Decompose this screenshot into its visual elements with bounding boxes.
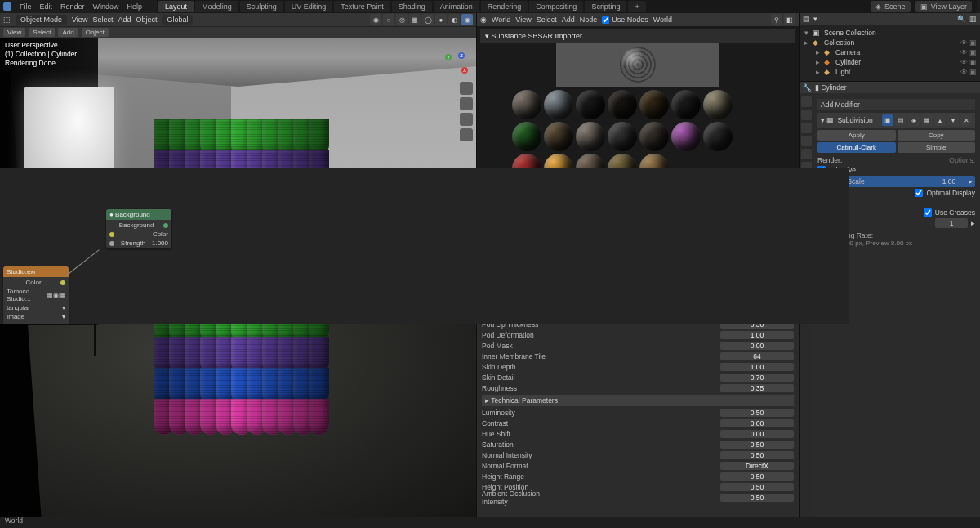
- param-skin depth[interactable]: Skin Depth1.00: [482, 362, 794, 372]
- material-sphere[interactable]: [576, 90, 605, 119]
- menu-help[interactable]: Help: [127, 2, 143, 11]
- material-sphere[interactable]: [639, 90, 669, 119]
- param-pod lip thickness[interactable]: Pod Lip Thickness0.30: [482, 320, 794, 329]
- vp-menu-object[interactable]: Object: [136, 16, 157, 24]
- param-pod color[interactable]: Pod Color: [482, 277, 794, 287]
- tab-layout[interactable]: Layout: [158, 1, 194, 12]
- outliner-item-light[interactable]: ▸◆Light👁▣: [803, 67, 977, 77]
- param-pod size[interactable]: Pod Size0.50: [482, 309, 794, 319]
- param-skin detail[interactable]: Skin Detail0.70: [482, 373, 794, 383]
- use-creases-checkbox[interactable]: Use Creases: [817, 208, 975, 217]
- props-type-icon[interactable]: 🔧: [803, 83, 812, 92]
- mod-cage-icon[interactable]: ▦: [921, 114, 933, 126]
- tab-texture-icon[interactable]: [801, 253, 812, 264]
- shading-rendered-icon[interactable]: ◉: [461, 14, 473, 25]
- ne-menu-add[interactable]: Add: [562, 16, 575, 24]
- techparam-normal format[interactable]: Normal FormatDirectX: [482, 461, 794, 471]
- copy-button[interactable]: Copy: [898, 130, 976, 141]
- ne-menu-select[interactable]: Select: [537, 16, 557, 24]
- ne-menu-node[interactable]: Node: [580, 16, 598, 24]
- mod-edit-icon[interactable]: ▤: [895, 114, 906, 126]
- techparam-ambient occlusion intensity[interactable]: Ambient Occlusion Intensity0.50: [482, 493, 794, 503]
- tab-shading[interactable]: Shading: [392, 1, 432, 12]
- vp-menu-add[interactable]: Add: [118, 16, 131, 24]
- ne-unknown-icon[interactable]: ◧: [784, 14, 795, 25]
- material-sphere[interactable]: [576, 122, 605, 151]
- tab-compositing[interactable]: Compositing: [529, 1, 583, 12]
- channel-metallic[interactable]: metallicBit depth:8▾ ▴▾: [482, 210, 794, 220]
- material-sphere[interactable]: [608, 154, 637, 183]
- menu-render[interactable]: Render: [60, 2, 85, 11]
- outliner-item-collection[interactable]: ▸◆Collection👁▣: [803, 38, 977, 47]
- vp-sub-object[interactable]: Object: [82, 28, 109, 37]
- viewlayer-dropdown[interactable]: ▣View Layer: [915, 1, 972, 12]
- subdivision-modifier-header[interactable]: ▾ ▦Subdivision ▣ ▤ ◈ ▦ ▴ ▾ ✕: [817, 113, 975, 128]
- editor-type-icon[interactable]: ◉: [480, 16, 487, 24]
- techparam-saturation[interactable]: Saturation0.50: [482, 440, 794, 450]
- tab-world-icon[interactable]: [801, 149, 812, 159]
- techparam-luminosity[interactable]: Luminosity0.50: [482, 408, 794, 418]
- ne-menu-view[interactable]: View: [515, 16, 531, 24]
- channel-scattering[interactable]: scatteringBit depth:8▾ ▴▾: [482, 242, 794, 252]
- material-sphere[interactable]: [512, 90, 541, 119]
- mod-realtime-icon[interactable]: ▣: [882, 114, 893, 126]
- eye-icon[interactable]: 👁: [960, 58, 968, 66]
- channel-ambientocclusion[interactable]: ambientocclusionBit depth:8▾ ▴▾: [482, 231, 794, 241]
- outliner-scene-collection[interactable]: ▾▣Scene Collection: [803, 28, 977, 38]
- menu-file[interactable]: File: [20, 2, 32, 11]
- eye-icon[interactable]: 👁: [960, 38, 968, 47]
- xray-toggle-icon[interactable]: ▦: [409, 14, 421, 25]
- techparam-contrast[interactable]: Contrast0.00: [482, 418, 794, 428]
- mod-move-down-icon[interactable]: ▾: [947, 114, 959, 126]
- material-sphere[interactable]: [512, 154, 541, 183]
- mod-render-icon[interactable]: ◈: [908, 114, 920, 126]
- orientation-dropdown[interactable]: Global: [162, 15, 193, 25]
- vp-sub-select[interactable]: Select: [29, 28, 55, 37]
- tab-material-icon[interactable]: [801, 240, 812, 251]
- tab-sculpting[interactable]: Sculpting: [240, 1, 283, 12]
- tab-object-icon[interactable]: [801, 162, 812, 172]
- simple-option[interactable]: Simple: [898, 142, 976, 153]
- outliner-type-icon[interactable]: ▤: [803, 15, 810, 23]
- eye-icon[interactable]: 👁: [960, 68, 968, 76]
- channel-height[interactable]: heightBit depth:16▾ ▴▾: [482, 221, 794, 230]
- vp-sub-add[interactable]: Add: [58, 28, 78, 37]
- tech-params-header[interactable]: ▸ Technical Parameters: [482, 395, 794, 406]
- menu-window[interactable]: Window: [93, 2, 119, 11]
- material-sphere[interactable]: [608, 90, 637, 119]
- restrict-icon[interactable]: ▣: [969, 58, 977, 66]
- adaptive-checkbox[interactable]: Adaptive: [817, 166, 975, 174]
- levels-field[interactable]: ◂ Levels1 ▸: [817, 218, 975, 228]
- tab-physics-icon[interactable]: [801, 201, 812, 212]
- outliner-item-camera[interactable]: ▸◆Camera👁▣: [803, 47, 977, 57]
- tab-modeling[interactable]: Modeling: [195, 1, 238, 12]
- outliner-filter-icon[interactable]: ▥: [969, 15, 977, 23]
- techparam-hue shift[interactable]: Hue Shift0.00: [482, 429, 794, 439]
- vp-menu-view[interactable]: View: [72, 16, 87, 24]
- param-tile[interactable]: Tile6: [482, 298, 794, 308]
- optimal-display-checkbox[interactable]: Optimal Display: [817, 189, 975, 197]
- breadcrumb-object[interactable]: ▮ Cylinder: [815, 83, 847, 92]
- editor-type-icon[interactable]: ⬚: [3, 16, 11, 24]
- tab-texture-paint[interactable]: Texture Paint: [334, 1, 390, 12]
- material-sphere[interactable]: [703, 122, 733, 151]
- tab-output-icon[interactable]: [801, 110, 812, 120]
- viewport-canvas[interactable]: User Perspective (1) Collection | Cylind…: [0, 38, 476, 517]
- techparam-height range[interactable]: Height Range0.50: [482, 472, 794, 481]
- material-sphere[interactable]: [608, 122, 637, 151]
- tab-scene-icon[interactable]: [801, 136, 812, 146]
- eye-icon[interactable]: 👁: [960, 48, 968, 56]
- techparam-normal intensity[interactable]: Normal Intensity0.50: [482, 450, 794, 460]
- param-main color[interactable]: Main Color: [482, 266, 794, 276]
- perspective-gizmo-icon[interactable]: [460, 128, 473, 141]
- material-sphere[interactable]: [703, 90, 733, 119]
- overlay-toggle-icon[interactable]: ◎: [396, 14, 408, 25]
- shader-slot-dropdown[interactable]: World: [492, 16, 510, 24]
- outliner-search-icon[interactable]: 🔍: [957, 15, 966, 23]
- material-sphere[interactable]: [639, 154, 669, 183]
- material-sphere[interactable]: [544, 154, 573, 183]
- restrict-icon[interactable]: ▣: [969, 38, 977, 47]
- param-pod deformation[interactable]: Pod Deformation1.00: [482, 330, 794, 340]
- proportional-edit-icon[interactable]: ○: [383, 14, 394, 25]
- restrict-icon[interactable]: ▣: [969, 48, 977, 56]
